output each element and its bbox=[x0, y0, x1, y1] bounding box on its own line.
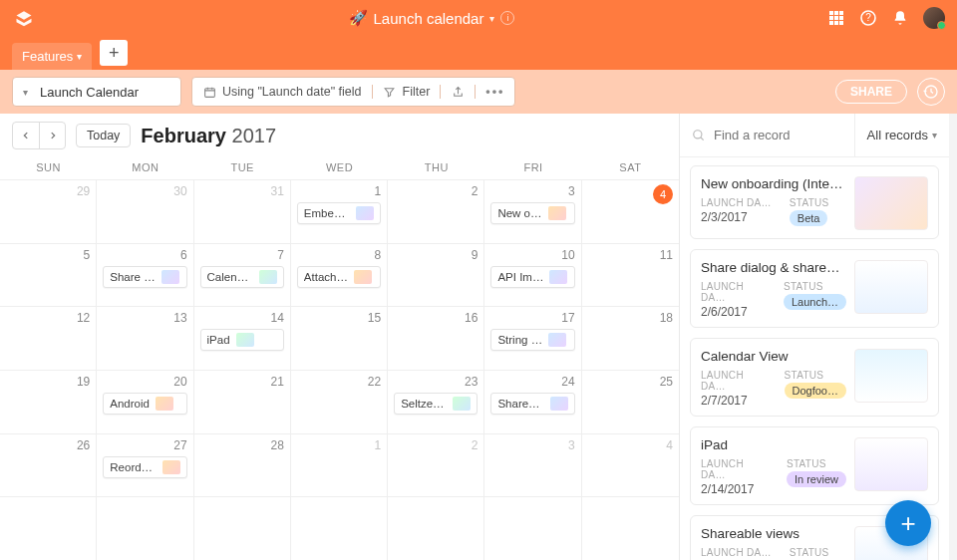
day-number: 1 bbox=[297, 184, 381, 198]
calendar-cell[interactable]: 1 bbox=[291, 433, 388, 497]
event-title: API Im… bbox=[497, 271, 543, 283]
today-button[interactable]: Today bbox=[76, 124, 131, 147]
month-heading: February 2017 bbox=[141, 125, 276, 147]
calendar-event[interactable]: Sharea… bbox=[490, 393, 574, 415]
calendar-cell[interactable]: 1Embed… bbox=[291, 179, 388, 243]
history-button[interactable] bbox=[917, 78, 945, 106]
apps-grid-icon[interactable] bbox=[827, 9, 845, 27]
avatar[interactable] bbox=[923, 7, 945, 29]
day-number: 20 bbox=[103, 375, 186, 389]
bell-icon[interactable] bbox=[891, 9, 909, 27]
date-field-chip[interactable]: Using "Launch date" field bbox=[192, 85, 372, 99]
calendar-cell[interactable]: 5 bbox=[0, 243, 97, 307]
calendar-cell[interactable]: 29 bbox=[0, 179, 97, 243]
day-number: 21 bbox=[200, 375, 284, 389]
calendar-cell[interactable]: 11 bbox=[582, 243, 679, 307]
calendar-event[interactable]: Seltzer… bbox=[394, 393, 478, 415]
calendar-cell[interactable]: 3New o… bbox=[484, 179, 581, 243]
dots-icon: ••• bbox=[485, 85, 504, 99]
calendar-cell[interactable]: 2 bbox=[388, 179, 484, 243]
calendar-cell[interactable]: 17String … bbox=[484, 306, 581, 370]
calendar-cell[interactable]: 7Calend… bbox=[194, 243, 291, 307]
calendar-cell[interactable]: 30 bbox=[97, 179, 193, 243]
calendar-cell[interactable]: 9 bbox=[388, 243, 484, 307]
calendar-cell[interactable]: 12 bbox=[0, 306, 97, 370]
calendar-cell[interactable] bbox=[0, 496, 97, 560]
calendar-cell[interactable]: 3 bbox=[484, 433, 581, 497]
record-card[interactable]: Share dialog & shared …LAUNCH DA…2/6/201… bbox=[690, 249, 939, 328]
calendar-cell[interactable] bbox=[194, 496, 291, 560]
record-search[interactable] bbox=[680, 128, 854, 142]
calendar-cell[interactable]: 27Reorde… bbox=[97, 433, 193, 497]
calendar-cell[interactable]: 21 bbox=[194, 370, 291, 433]
calendar-cell[interactable]: 28 bbox=[194, 433, 291, 497]
calendar-cell[interactable] bbox=[388, 496, 484, 560]
calendar-event[interactable]: Share … bbox=[103, 266, 186, 288]
calendar-cell[interactable]: 2 bbox=[388, 433, 484, 497]
help-icon[interactable]: ? bbox=[859, 9, 877, 27]
calendar-cell[interactable]: 22 bbox=[291, 370, 388, 433]
filter-button[interactable]: Filter bbox=[372, 85, 441, 99]
record-card[interactable]: New onboarding (Inter…LAUNCH DA…2/3/2017… bbox=[690, 165, 939, 239]
event-thumb-icon bbox=[548, 206, 566, 220]
prev-month-button[interactable] bbox=[13, 123, 39, 148]
calendar-cell[interactable]: 16 bbox=[388, 306, 484, 370]
record-card[interactable]: iPadLAUNCH DA…2/14/2017STATUSIn review bbox=[690, 426, 939, 505]
day-number: 19 bbox=[6, 375, 90, 389]
calendar-event[interactable]: Attach… bbox=[297, 266, 381, 288]
info-icon[interactable]: i bbox=[500, 11, 514, 25]
calendar-event[interactable]: Embed… bbox=[297, 202, 381, 224]
chevron-down-icon: ▾ bbox=[932, 130, 937, 140]
app-logo-icon[interactable] bbox=[12, 6, 36, 30]
next-month-button[interactable] bbox=[39, 123, 65, 148]
calendar-cell[interactable]: 14iPad bbox=[194, 306, 291, 370]
field-value: 2/3/2017 bbox=[701, 210, 772, 224]
calendar-cell[interactable]: 19 bbox=[0, 370, 97, 433]
calendar-cell[interactable]: 23Seltzer… bbox=[388, 370, 484, 433]
calendar-cell[interactable]: 13 bbox=[97, 306, 193, 370]
records-filter-label: All records bbox=[867, 128, 928, 142]
scrollbar[interactable] bbox=[949, 114, 957, 560]
day-number: 18 bbox=[588, 311, 673, 325]
calendar-cell[interactable]: 15 bbox=[291, 306, 388, 370]
calendar-cell[interactable] bbox=[484, 496, 581, 560]
share-view-button[interactable] bbox=[440, 85, 475, 99]
add-record-fab[interactable]: + bbox=[885, 500, 931, 546]
calendar-cell[interactable]: 20Android bbox=[97, 370, 193, 433]
record-title: Shareable views bbox=[701, 526, 846, 541]
record-card[interactable]: Calendar ViewLAUNCH DA…2/7/2017STATUSDog… bbox=[690, 338, 939, 417]
calendar-cell[interactable]: 4 bbox=[582, 179, 679, 243]
calendar-cell[interactable] bbox=[291, 496, 388, 560]
calendar-event[interactable]: Android bbox=[103, 393, 186, 415]
tab-features[interactable]: Features ▾ bbox=[12, 43, 92, 70]
calendar-cell[interactable] bbox=[97, 496, 193, 560]
view-picker[interactable]: ▾ Launch Calendar bbox=[12, 77, 181, 107]
add-table-button[interactable]: + bbox=[100, 40, 128, 66]
field-label: STATUS bbox=[784, 281, 846, 292]
calendar-cell[interactable]: 26 bbox=[0, 433, 97, 497]
share-button[interactable]: SHARE bbox=[835, 80, 907, 104]
dow-label: TUE bbox=[194, 157, 291, 179]
calendar-cell[interactable]: 18 bbox=[582, 306, 679, 370]
record-thumbnail bbox=[854, 349, 928, 403]
calendar-cell[interactable]: 25 bbox=[582, 370, 679, 433]
calendar-event[interactable]: New o… bbox=[490, 202, 574, 224]
calendar-event[interactable]: API Im… bbox=[490, 266, 574, 288]
base-title[interactable]: 🚀 Launch calendar ▾ i bbox=[36, 9, 827, 27]
calendar-event[interactable]: iPad bbox=[200, 329, 284, 351]
calendar-event[interactable]: Reorde… bbox=[103, 456, 186, 478]
calendar-cell[interactable]: 31 bbox=[194, 179, 291, 243]
calendar-cell[interactable]: 8Attach… bbox=[291, 243, 388, 307]
calendar-cell[interactable]: 24Sharea… bbox=[484, 370, 581, 433]
records-filter-dropdown[interactable]: All records ▾ bbox=[854, 114, 949, 156]
calendar-cell[interactable]: 4 bbox=[582, 433, 679, 497]
day-number: 11 bbox=[588, 248, 673, 262]
calendar-cell[interactable] bbox=[582, 496, 679, 560]
calendar-cell[interactable]: 10API Im… bbox=[484, 243, 581, 307]
calendar-event[interactable]: Calend… bbox=[200, 266, 284, 288]
more-options-button[interactable]: ••• bbox=[475, 85, 514, 99]
search-input[interactable] bbox=[714, 128, 842, 142]
calendar-cell[interactable]: 6Share … bbox=[97, 243, 193, 307]
calendar-event[interactable]: String … bbox=[490, 329, 574, 351]
event-thumb-icon bbox=[161, 270, 179, 284]
